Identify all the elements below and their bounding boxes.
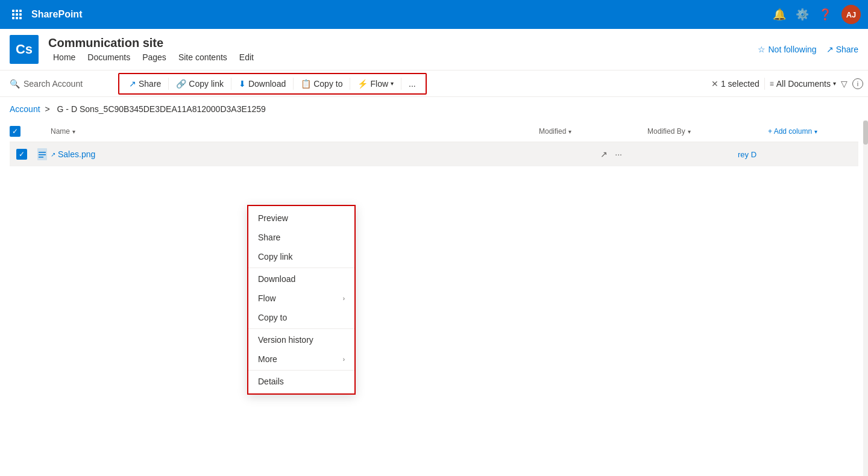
- separator-2: [231, 78, 231, 90]
- breadcrumb-separator: >: [45, 104, 52, 114]
- share-btn-label: Share: [139, 79, 161, 89]
- check-all-checkbox[interactable]: ✓: [10, 126, 20, 137]
- toolbar-right: ✕ 1 selected ≡ All Documents ▾ ▽ i: [711, 78, 863, 90]
- top-bar-right: 🔔 ⚙️ ❓ AJ: [773, 5, 861, 24]
- more-label: ...: [409, 79, 416, 89]
- info-icon[interactable]: i: [852, 78, 863, 89]
- view-label: All Documents: [776, 79, 831, 89]
- copy-link-icon: 🔗: [176, 79, 186, 89]
- site-header-left: Cs Communication site Home Documents Pag…: [10, 35, 259, 64]
- doc-header: ✓ Name ▾ Modified ▾ Modified By ▾ + Add …: [10, 121, 858, 142]
- share-button[interactable]: ↗ Share: [124, 77, 166, 91]
- breadcrumb-account[interactable]: Account: [10, 104, 40, 114]
- view-chevron-icon: ▾: [833, 80, 836, 87]
- site-title: Communication site: [48, 36, 259, 50]
- modified-label: Modified: [539, 127, 566, 136]
- modified-by-column-header[interactable]: Modified By ▾: [647, 127, 768, 136]
- flow-chevron-icon: ▾: [391, 80, 394, 87]
- view-selector[interactable]: ≡ All Documents ▾: [770, 79, 836, 89]
- row-actions: ↗ ···: [598, 148, 624, 160]
- site-nav: Home Documents Pages Site contents Edit: [48, 51, 259, 63]
- star-icon: ☆: [758, 45, 766, 54]
- separator-5: [401, 78, 401, 90]
- download-label: Download: [248, 79, 286, 89]
- nav-documents[interactable]: Documents: [83, 51, 135, 63]
- notifications-icon[interactable]: 🔔: [773, 8, 786, 21]
- settings-icon[interactable]: ⚙️: [796, 8, 809, 21]
- breadcrumb: Account > G - D Sons_5C90B345DE3DEA11A81…: [0, 97, 868, 121]
- not-following-label: Not following: [768, 45, 816, 54]
- modified-column-header[interactable]: Modified ▾: [539, 127, 647, 136]
- modified-by-label: Modified By: [647, 127, 685, 136]
- nav-pages[interactable]: Pages: [137, 51, 171, 63]
- file-type-icon: [34, 148, 51, 160]
- file-name-cell[interactable]: ↗ Sales.png: [51, 149, 598, 159]
- row-share-icon[interactable]: ↗: [598, 148, 610, 160]
- toolbar-group: ↗ Share 🔗 Copy link ⬇ Download 📋 Copy to…: [118, 73, 427, 95]
- download-icon: ⬇: [239, 79, 246, 89]
- name-column-header[interactable]: Name ▾: [34, 127, 539, 136]
- command-bar: 🔍 Search Account ↗ Share 🔗 Copy link ⬇ D…: [0, 70, 868, 97]
- share-icon: ↗: [826, 45, 834, 54]
- flow-button[interactable]: ⚡ Flow ▾: [353, 77, 398, 91]
- document-list: ✓ Name ▾ Modified ▾ Modified By ▾ + Add …: [0, 121, 868, 166]
- name-label: Name: [51, 127, 70, 136]
- site-header-right: ☆ Not following ↗ Share: [758, 45, 858, 54]
- table-row: ✓ ↗ Sales.png ↗ ··· rey D: [10, 142, 858, 166]
- copy-link-label: Copy link: [189, 79, 224, 89]
- separator-4: [350, 78, 350, 90]
- breadcrumb-path: G - D Sons_5C90B345DE3DEA11A812000D3A3E1…: [57, 104, 266, 114]
- top-bar: SharePoint 🔔 ⚙️ ❓ AJ: [0, 0, 868, 29]
- nav-edit[interactable]: Edit: [234, 51, 259, 63]
- help-icon[interactable]: ❓: [819, 8, 832, 21]
- add-column-label: + Add column: [768, 127, 812, 136]
- filter-icon[interactable]: ▽: [841, 79, 848, 89]
- add-column-chevron: ▾: [814, 128, 817, 135]
- modified-sort-icon: ▾: [568, 128, 571, 135]
- copy-link-button[interactable]: 🔗 Copy link: [171, 77, 228, 91]
- nav-home[interactable]: Home: [48, 51, 80, 63]
- site-logo: Cs: [10, 35, 39, 64]
- avatar[interactable]: AJ: [841, 5, 861, 24]
- selected-badge: ✕ 1 selected: [711, 79, 760, 89]
- name-sort-icon: ▾: [72, 128, 75, 135]
- site-share-button[interactable]: ↗ Share: [826, 45, 858, 54]
- svg-rect-1: [39, 152, 46, 153]
- separator-6: [764, 78, 765, 90]
- close-selected-icon[interactable]: ✕: [711, 79, 719, 89]
- modified-by-cell: rey D: [738, 150, 858, 159]
- scrollbar-thumb[interactable]: [863, 121, 868, 145]
- svg-rect-3: [39, 157, 43, 158]
- check-all-col: ✓: [10, 126, 34, 137]
- checked-icon: ✓: [16, 149, 27, 160]
- site-header: Cs Communication site Home Documents Pag…: [0, 29, 868, 70]
- search-area[interactable]: 🔍 Search Account: [5, 79, 113, 89]
- row-more-icon[interactable]: ···: [612, 148, 624, 160]
- not-following-button[interactable]: ☆ Not following: [758, 45, 816, 54]
- copy-to-button[interactable]: 📋 Copy to: [296, 77, 347, 91]
- file-name-text: Sales.png: [58, 149, 95, 159]
- modified-by-sort-icon: ▾: [688, 128, 691, 135]
- download-button[interactable]: ⬇ Download: [234, 77, 291, 91]
- more-button[interactable]: ...: [404, 77, 421, 91]
- search-label: Search Account: [24, 79, 83, 89]
- view-icon: ≡: [770, 80, 774, 88]
- selected-count: 1 selected: [721, 79, 760, 89]
- separator-3: [293, 78, 294, 90]
- separator-1: [168, 78, 169, 90]
- waffle-icon[interactable]: [7, 5, 27, 24]
- svg-rect-2: [39, 154, 46, 155]
- flow-icon: ⚡: [357, 79, 368, 89]
- add-column-header[interactable]: + Add column ▾: [768, 127, 858, 136]
- nav-site-contents[interactable]: Site contents: [174, 51, 232, 63]
- share-btn-icon: ↗: [129, 79, 136, 89]
- search-icon: 🔍: [10, 79, 20, 89]
- row-checkbox[interactable]: ✓: [10, 149, 34, 160]
- share-label: Share: [836, 45, 858, 54]
- flow-label: Flow: [370, 79, 388, 89]
- scrollbar-track[interactable]: [863, 121, 868, 166]
- app-name: SharePoint: [31, 9, 773, 20]
- copy-to-icon: 📋: [301, 79, 311, 89]
- copy-to-label: Copy to: [313, 79, 342, 89]
